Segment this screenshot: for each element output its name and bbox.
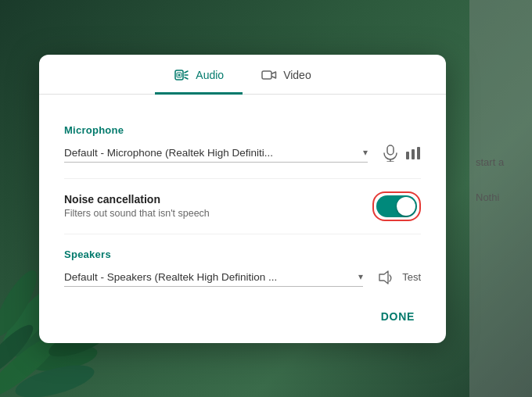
noise-cancellation-toggle[interactable] [376,195,417,217]
microphone-icon [383,145,397,162]
speakers-icons: Test [379,270,421,284]
video-tab-icon [261,67,277,83]
microphone-select[interactable]: Default - Microphone (Realtek High Defin… [64,144,368,163]
svg-rect-19 [412,149,415,159]
dialog-content: Microphone Default - Microphone (Realtek… [39,95,446,287]
sidebar-panel: start a Nothi [469,0,532,397]
noise-cancellation-title: Noise cancellation [64,193,372,206]
audio-settings-dialog: Audio Video Microphone Default - Microph… [39,55,446,343]
tab-video[interactable]: Video [243,55,330,95]
dialog-footer: Done [39,293,446,327]
svg-marker-21 [379,271,388,284]
speakers-section: Speakers Default - Speakers (Realtek Hig… [64,249,421,287]
svg-line-11 [185,71,188,73]
test-button[interactable]: Test [402,271,421,283]
tab-audio-label: Audio [196,69,224,81]
test-label: Test [402,271,421,283]
done-button[interactable]: Done [375,306,421,327]
noise-cancellation-row: Noise cancellation Filters out sound tha… [64,178,421,234]
speakers-device-row: Default - Speakers (Realtek High Definit… [64,268,421,287]
svg-line-13 [185,77,188,79]
microphone-section-title: Microphone [64,124,421,136]
audio-tab-icon [174,67,189,83]
noise-cancellation-subtitle: Filters out sound that isn't speech [64,208,372,219]
svg-rect-15 [387,145,394,155]
microphone-section: Microphone Default - Microphone (Realtek… [64,124,421,163]
tab-video-label: Video [283,69,311,81]
tab-audio[interactable]: Audio [155,55,243,95]
noise-cancellation-text: Noise cancellation Filters out sound tha… [64,193,372,219]
tabs-bar: Audio Video [39,55,446,95]
microphone-device-label: Default - Microphone (Realtek High Defin… [64,147,360,159]
noise-cancellation-toggle-wrapper [372,191,421,221]
microphone-dropdown-arrow: ▾ [363,147,368,158]
speakers-select[interactable]: Default - Speakers (Realtek High Definit… [64,268,363,287]
svg-rect-20 [417,147,420,159]
toggle-knob [397,197,415,216]
svg-rect-18 [406,152,409,159]
microphone-device-row: Default - Microphone (Realtek High Defin… [64,144,421,163]
sidebar-hint-2: Nothi [476,191,499,203]
sidebar-hint-1: start a [476,156,504,168]
speakers-section-title: Speakers [64,249,421,260]
speakers-device-label: Default - Speakers (Realtek High Definit… [64,271,355,283]
speakers-dropdown-arrow: ▾ [358,271,363,282]
svg-rect-14 [262,71,271,79]
microphone-icons [383,145,421,162]
speaker-icon [379,270,394,284]
audio-bars-icon [405,147,421,159]
svg-point-10 [178,73,181,76]
